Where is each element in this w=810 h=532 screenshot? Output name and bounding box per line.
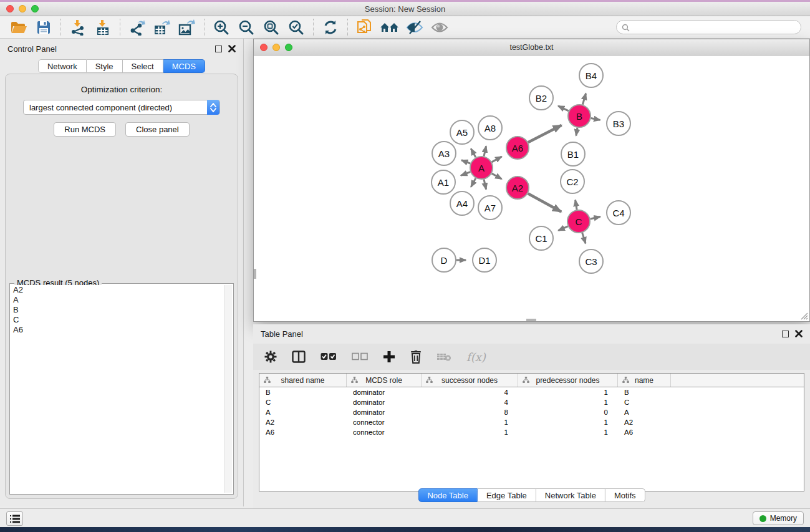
search-input[interactable] — [616, 20, 801, 34]
show-all-networks-icon[interactable] — [377, 17, 402, 37]
graph-node-C1[interactable]: C1 — [529, 226, 554, 251]
tab-edge-table[interactable]: Edge Table — [478, 488, 536, 502]
result-list-scrollbar[interactable] — [224, 285, 232, 493]
close-panel-icon[interactable] — [228, 45, 236, 52]
graph-edge-B-B3[interactable] — [591, 118, 600, 120]
graph-edge-C-C2[interactable] — [576, 200, 577, 210]
result-item[interactable]: A6 — [11, 325, 223, 335]
graph-node-B2[interactable]: B2 — [529, 85, 554, 110]
float-panel-icon[interactable] — [215, 46, 222, 52]
close-network-icon[interactable] — [260, 44, 268, 51]
maximize-network-icon[interactable] — [285, 44, 292, 51]
table-row[interactable]: Cdominator41C — [259, 397, 804, 407]
table-row[interactable]: A2connector11A2 — [259, 417, 804, 427]
graph-node-C4[interactable]: C4 — [606, 200, 631, 225]
graph-node-A8[interactable]: A8 — [478, 115, 503, 140]
graph-node-D[interactable]: D — [432, 248, 456, 273]
select-all-checkboxes-icon[interactable] — [321, 352, 337, 361]
graph-node-A4[interactable]: A4 — [450, 191, 475, 216]
graph-node-C2[interactable]: C2 — [560, 169, 585, 194]
table-settings-icon[interactable] — [264, 351, 277, 363]
delete-table-icon[interactable] — [436, 352, 451, 362]
close-table-panel-icon[interactable] — [795, 330, 803, 337]
column-header-MCDS-role[interactable]: MCDS role — [347, 374, 422, 387]
graph-edge-A-A1[interactable] — [461, 172, 470, 176]
zoom-fit-icon[interactable] — [259, 17, 284, 37]
close-panel-button[interactable]: Close panel — [125, 122, 190, 137]
import-network-icon[interactable] — [65, 17, 90, 37]
resize-grip-icon[interactable] — [799, 311, 808, 320]
graph-edge-A-A8[interactable] — [484, 146, 486, 156]
show-graphics-details-icon[interactable] — [427, 17, 452, 37]
graph-node-A2[interactable]: A2 — [506, 176, 529, 200]
run-mcds-button[interactable]: Run MCDS — [54, 122, 116, 137]
graph-edge-C-C4[interactable] — [591, 216, 600, 219]
tab-select[interactable]: Select — [123, 59, 163, 73]
tab-mcds[interactable]: MCDS — [163, 59, 205, 73]
save-session-icon[interactable] — [31, 17, 56, 37]
column-header-successor-nodes[interactable]: successor nodes — [422, 374, 518, 387]
zoom-in-icon[interactable] — [209, 17, 234, 37]
graph-edge-A-A7[interactable] — [484, 180, 486, 190]
table-row[interactable]: Adominator80A — [259, 407, 804, 417]
table-row[interactable]: Bdominator41B — [259, 387, 804, 397]
clone-network-icon[interactable] — [352, 17, 377, 37]
canvas-horizontal-scroll-thumb[interactable] — [526, 319, 536, 321]
export-network-icon[interactable] — [125, 17, 150, 37]
zoom-selected-icon[interactable] — [284, 17, 309, 37]
tab-network[interactable]: Network — [38, 59, 87, 73]
minimize-network-icon[interactable] — [272, 44, 280, 51]
refresh-layout-icon[interactable] — [318, 17, 343, 37]
close-window-icon[interactable] — [6, 5, 14, 12]
tab-motifs[interactable]: Motifs — [605, 488, 645, 502]
graph-edge-A-A5[interactable] — [471, 148, 476, 157]
optimization-criterion-dropdown[interactable]: largest connected component (directed) — [23, 100, 220, 115]
graph-edge-C-C3[interactable] — [582, 233, 586, 243]
float-table-panel-icon[interactable] — [782, 331, 789, 337]
graph-node-D1[interactable]: D1 — [472, 248, 497, 273]
graph-edge-B-B1[interactable] — [576, 128, 577, 136]
graph-node-C3[interactable]: C3 — [579, 249, 604, 274]
graph-edge-A6-B[interactable] — [528, 125, 562, 143]
graph-edge-B-B2[interactable] — [558, 106, 569, 111]
result-item[interactable]: A — [11, 295, 223, 305]
result-item[interactable]: C — [11, 315, 223, 325]
graph-edge-A-A6[interactable] — [492, 157, 502, 162]
graph-edge-A-A2[interactable] — [492, 173, 502, 179]
graph-edge-A-A3[interactable] — [461, 160, 470, 163]
result-item[interactable]: A2 — [11, 285, 223, 295]
minimize-window-icon[interactable] — [19, 5, 26, 12]
open-session-icon[interactable] — [6, 17, 31, 37]
add-column-icon[interactable] — [383, 351, 395, 363]
graph-node-C[interactable]: C — [567, 210, 591, 233]
column-split-view-icon[interactable] — [292, 351, 306, 363]
column-header-shared-name[interactable]: shared name — [259, 374, 347, 387]
graph-edge-B-B4[interactable] — [582, 94, 586, 105]
export-table-icon[interactable] — [150, 17, 175, 37]
graph-node-A5[interactable]: A5 — [450, 120, 475, 145]
network-canvas[interactable]: B4B2BB3A5A8A6B1A3AA1C2A2A4A7C4CC1C3DD1 — [254, 56, 809, 321]
tab-node-table[interactable]: Node Table — [418, 488, 478, 502]
graph-node-A[interactable]: A — [470, 156, 493, 180]
graph-node-B1[interactable]: B1 — [561, 142, 586, 167]
column-header-predecessor-nodes[interactable]: predecessor nodes — [518, 374, 618, 387]
tab-style[interactable]: Style — [87, 59, 123, 73]
column-header-name[interactable]: name — [618, 374, 671, 387]
graph-node-B3[interactable]: B3 — [606, 111, 631, 136]
hide-graphics-details-icon[interactable] — [402, 17, 427, 37]
graph-edge-C-C1[interactable] — [558, 226, 567, 231]
graph-node-A6[interactable]: A6 — [506, 136, 529, 160]
task-history-button[interactable] — [6, 511, 23, 526]
tab-network-table[interactable]: Network Table — [536, 488, 605, 502]
canvas-vertical-scroll-thumb[interactable] — [254, 269, 256, 279]
zoom-out-icon[interactable] — [234, 17, 259, 37]
graph-node-A3[interactable]: A3 — [432, 141, 456, 166]
graph-edge-A-A4[interactable] — [471, 178, 476, 187]
graph-node-A1[interactable]: A1 — [431, 170, 456, 195]
graph-node-B4[interactable]: B4 — [579, 63, 604, 88]
graph-edge-A2-C[interactable] — [528, 193, 561, 211]
graph-node-A7[interactable]: A7 — [478, 195, 503, 220]
result-item[interactable]: B — [11, 305, 223, 315]
export-image-icon[interactable] — [175, 17, 200, 37]
import-table-icon[interactable] — [90, 17, 115, 37]
